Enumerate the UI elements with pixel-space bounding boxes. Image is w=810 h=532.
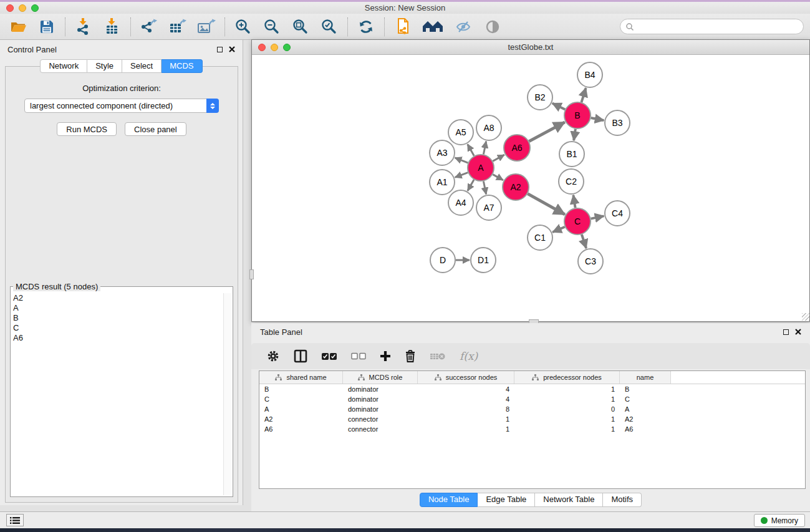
graph-node-A6[interactable]: A6 (504, 135, 530, 161)
tab-edge-table[interactable]: Edge Table (478, 493, 535, 507)
zoom-selected-icon[interactable] (320, 17, 339, 36)
close-panel-icon[interactable] (229, 46, 235, 52)
delete-column-icon[interactable] (405, 348, 416, 364)
edge-B-B3[interactable] (591, 118, 604, 120)
table-cell[interactable]: 0 (514, 405, 620, 413)
save-session-icon[interactable] (37, 17, 56, 36)
clone-network-icon[interactable] (393, 17, 412, 36)
table-row[interactable]: Bdominator41B (259, 384, 805, 394)
graph-node-A8[interactable]: A8 (476, 115, 501, 140)
table-cell[interactable]: A2 (259, 415, 343, 423)
table-cell[interactable]: B (620, 385, 671, 393)
add-column-icon[interactable] (380, 348, 391, 364)
import-network-icon[interactable] (74, 17, 93, 36)
table-cell[interactable]: 4 (418, 385, 514, 393)
graph-node-D1[interactable]: D1 (471, 248, 496, 273)
result-node-item[interactable]: A (13, 303, 223, 313)
refresh-view-icon[interactable] (357, 17, 375, 36)
search-input[interactable] (620, 19, 804, 34)
float-panel-icon[interactable] (217, 47, 223, 52)
table-cell[interactable]: dominator (343, 405, 418, 413)
window-resize-grip[interactable] (802, 313, 809, 321)
table-cell[interactable]: 1 (418, 425, 514, 433)
table-cell[interactable]: 4 (418, 395, 514, 403)
table-cell[interactable]: A2 (620, 415, 671, 423)
edge-C-C1[interactable] (552, 227, 565, 233)
zoom-in-icon[interactable] (234, 17, 253, 36)
column-header-MCDS-role[interactable]: MCDS role (343, 371, 418, 384)
zoom-out-icon[interactable] (263, 17, 281, 36)
tab-style[interactable]: Style (87, 59, 122, 73)
edge-A-A7[interactable] (483, 181, 486, 195)
table-row[interactable]: Cdominator41C (259, 394, 805, 404)
table-cell[interactable]: 1 (514, 425, 620, 433)
run-mcds-button[interactable]: Run MCDS (57, 122, 117, 136)
table-cell[interactable]: dominator (343, 385, 418, 393)
show-panel-eye-icon[interactable] (483, 17, 502, 36)
tab-mcds[interactable]: MCDS (162, 59, 202, 73)
graph-node-C[interactable]: C (564, 208, 591, 235)
import-table-icon[interactable] (103, 17, 122, 36)
table-row[interactable]: A6connector11A6 (259, 424, 805, 434)
tab-motifs[interactable]: Motifs (603, 493, 642, 507)
column-header-name[interactable]: name (620, 371, 671, 384)
graph-node-B1[interactable]: B1 (559, 142, 584, 167)
table-cell[interactable]: 8 (418, 405, 514, 413)
network-window-titlebar[interactable]: testGlobe.txt (252, 40, 809, 55)
table-settings-gear-icon[interactable] (266, 348, 280, 364)
edge-C-C2[interactable] (573, 195, 575, 208)
mcds-result-list[interactable]: A2ABCA6 (12, 293, 223, 495)
splitter-grip-left[interactable] (249, 269, 254, 279)
edge-B-B1[interactable] (574, 129, 576, 140)
graph-node-A4[interactable]: A4 (448, 190, 473, 215)
graph-node-B[interactable]: B (564, 102, 591, 128)
graph-node-B2[interactable]: B2 (528, 85, 552, 110)
edge-A-A2[interactable] (493, 175, 503, 180)
tab-node-table[interactable]: Node Table (420, 493, 478, 507)
task-history-button[interactable] (6, 514, 24, 526)
graph-node-C1[interactable]: C1 (528, 225, 552, 250)
table-cell[interactable]: B (259, 385, 343, 393)
result-node-item[interactable]: B (13, 313, 223, 323)
network-canvas[interactable]: B4B2BB3B1A5A8A6A3AA1A2C2A4A7CC1C4C3DD1 (252, 55, 809, 321)
close-table-panel-icon[interactable] (795, 329, 801, 335)
memory-button[interactable]: Memory (754, 514, 805, 527)
edge-A-A5[interactable] (468, 144, 474, 156)
hide-panel-eye-icon[interactable] (455, 17, 473, 36)
graph-node-A5[interactable]: A5 (448, 120, 473, 145)
column-header-predecessor-nodes[interactable]: predecessor nodes (514, 371, 620, 384)
result-node-item[interactable]: A6 (13, 333, 223, 343)
table-cell[interactable]: dominator (343, 395, 418, 403)
graph-node-C4[interactable]: C4 (605, 201, 630, 226)
column-header-successor-nodes[interactable]: successor nodes (418, 371, 514, 384)
graph-node-A2[interactable]: A2 (503, 174, 529, 200)
network-graph[interactable]: B4B2BB3B1A5A8A6A3AA1A2C2A4A7CC1C4C3DD1 (252, 55, 809, 321)
export-network-icon[interactable] (140, 17, 158, 36)
table-cell[interactable]: 1 (418, 415, 514, 423)
tab-select[interactable]: Select (122, 59, 162, 73)
edge-A-A6[interactable] (493, 155, 504, 161)
close-panel-button[interactable]: Close panel (125, 122, 186, 136)
node-table[interactable]: shared nameMCDS rolesuccessor nodesprede… (259, 370, 806, 489)
home-view-icon[interactable] (422, 17, 445, 36)
table-cell[interactable]: connector (343, 415, 418, 423)
export-image-icon[interactable] (197, 17, 216, 36)
edge-A-A1[interactable] (455, 173, 468, 178)
graph-node-B4[interactable]: B4 (577, 62, 602, 87)
function-builder-icon[interactable]: f(x) (460, 348, 478, 364)
edge-A-A4[interactable] (468, 180, 474, 191)
graph-node-B3[interactable]: B3 (605, 110, 630, 135)
edge-C-C4[interactable] (591, 216, 604, 218)
graph-node-D[interactable]: D (430, 248, 455, 273)
edge-A-A3[interactable] (455, 158, 468, 163)
table-cell[interactable]: A (620, 405, 671, 413)
table-row[interactable]: A2connector11A2 (259, 414, 805, 424)
float-table-panel-icon[interactable] (783, 329, 789, 335)
graph-node-C3[interactable]: C3 (578, 249, 603, 274)
table-cell[interactable]: A (259, 405, 343, 413)
open-file-icon[interactable] (9, 17, 27, 36)
edge-A2-C[interactable] (528, 194, 565, 215)
select-all-rows-icon[interactable] (321, 348, 337, 364)
edge-A-A8[interactable] (483, 142, 486, 155)
edge-C-C3[interactable] (582, 235, 586, 248)
